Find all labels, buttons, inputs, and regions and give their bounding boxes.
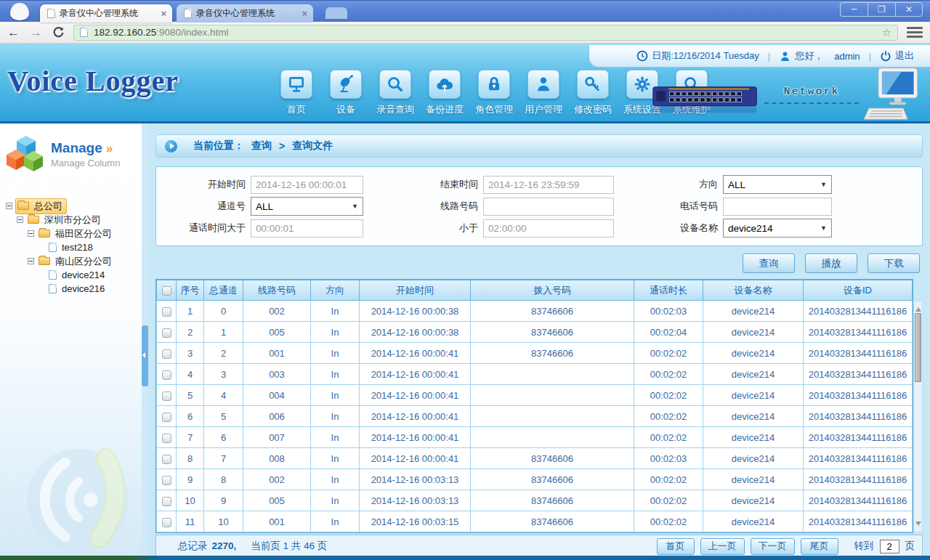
tab-close-icon[interactable]: ×: [161, 8, 166, 19]
nav-item-backup[interactable]: 备份进度: [428, 70, 461, 116]
row-checkbox[interactable]: [162, 328, 171, 338]
table-row[interactable]: 32001In2014-12-16 00:00:418374660600:02:…: [157, 343, 913, 364]
table-row[interactable]: 1110001In2014-12-16 00:03:158374660600:0…: [157, 511, 913, 532]
tree-expander-icon[interactable]: [28, 258, 34, 264]
new-tab-button[interactable]: [326, 7, 347, 19]
tree-expander-icon[interactable]: [28, 230, 34, 237]
goto-page-input[interactable]: [880, 540, 899, 553]
row-checkbox[interactable]: [162, 455, 171, 464]
row-checkbox[interactable]: [162, 349, 171, 359]
line-number-input[interactable]: [483, 198, 614, 216]
restore-button[interactable]: ❐: [868, 2, 895, 17]
row-checkbox[interactable]: [162, 434, 171, 443]
reload-icon[interactable]: [52, 26, 65, 38]
date-text: 日期:12/16/2014 Tuesday: [652, 49, 759, 62]
channel-label: 通道号: [163, 200, 251, 213]
browser-logo: [10, 3, 29, 20]
nav-item-role[interactable]: 角色管理: [477, 70, 511, 116]
tree-label: device216: [60, 283, 107, 294]
device-name-select[interactable]: device214▼: [723, 219, 832, 238]
next-page-button[interactable]: 下一页: [751, 538, 795, 555]
table-cell: 83746606: [471, 511, 634, 532]
row-checkbox[interactable]: [162, 497, 171, 506]
start-time-input[interactable]: [251, 176, 363, 194]
table-row[interactable]: 65006In2014-12-16 00:00:4100:02:02device…: [157, 406, 913, 427]
row-checkbox[interactable]: [162, 413, 171, 422]
minimize-button[interactable]: ─: [840, 2, 868, 17]
browser-tab-active[interactable]: 录音仪中心管理系统 ×: [40, 4, 172, 23]
logout-button[interactable]: 退出: [880, 49, 914, 62]
address-bar[interactable]: 182.92.160.25:9080/index.html ☆: [73, 25, 898, 41]
tab-close-icon[interactable]: ×: [302, 8, 307, 19]
table-row[interactable]: 54004In2014-12-16 00:00:4100:02:02device…: [157, 385, 913, 406]
nav-label: 用户管理: [525, 103, 562, 116]
manage-subtitle: Manage Column: [51, 158, 120, 169]
tree-label: device214: [60, 269, 107, 280]
scroll-down-icon[interactable]: [915, 522, 921, 529]
bookmark-star-icon[interactable]: ☆: [882, 26, 891, 39]
tree-node-device214[interactable]: device214: [6, 268, 142, 282]
direction-select[interactable]: ALL▼: [723, 175, 832, 194]
nav-item-home[interactable]: 首页: [280, 70, 313, 116]
table-row[interactable]: 87008In2014-12-16 00:00:418374660600:02:…: [157, 448, 913, 469]
query-button[interactable]: 查询: [743, 253, 795, 273]
browser-menu-icon[interactable]: [907, 25, 923, 40]
table-row[interactable]: 10002In2014-12-16 00:00:388374660600:02:…: [157, 301, 913, 322]
row-checkbox[interactable]: [162, 391, 171, 401]
table-cell: 2014032813441116186: [804, 490, 913, 511]
breadcrumb-section[interactable]: 查询: [251, 139, 272, 153]
results-table-zone: 序号总通道线路号码方向开始时间拨入号码通话时长设备名称设备ID 10002In2…: [155, 279, 923, 533]
duration-gt-input[interactable]: [251, 219, 363, 238]
table-row[interactable]: 76007In2014-12-16 00:00:4100:02:02device…: [157, 427, 913, 448]
sidebar-collapse-handle[interactable]: [142, 325, 148, 386]
tree-node-hq[interactable]: 总公司: [6, 199, 142, 213]
nav-item-device[interactable]: 设备: [329, 70, 363, 116]
prev-page-button[interactable]: 上一页: [700, 538, 745, 555]
phone-number-input[interactable]: [723, 198, 832, 216]
start-time-label: 开始时间: [163, 178, 251, 191]
forward-icon[interactable]: →: [30, 26, 42, 38]
row-checkbox[interactable]: [162, 307, 171, 317]
tree-node-nanshan[interactable]: 南山区分公司: [6, 254, 142, 268]
tree-node-shenzhen[interactable]: 深圳市分公司: [6, 213, 142, 227]
scroll-up-icon[interactable]: [915, 304, 921, 312]
device-name-label: 设备名称: [614, 222, 723, 235]
tree-node-device216[interactable]: device216: [6, 282, 142, 296]
tree-expander-icon[interactable]: [6, 203, 12, 209]
duration-lt-input[interactable]: [483, 219, 614, 238]
table-row[interactable]: 21005In2014-12-16 00:00:388374660600:02:…: [157, 322, 913, 343]
back-icon[interactable]: ←: [7, 26, 20, 38]
end-time-input[interactable]: [483, 176, 614, 194]
table-scrollbar[interactable]: [913, 301, 923, 532]
tree-node-test218[interactable]: test218: [6, 240, 142, 254]
play-button[interactable]: 播放: [805, 253, 857, 273]
row-checkbox[interactable]: [162, 370, 171, 380]
row-checkbox[interactable]: [162, 476, 171, 485]
nav-item-password[interactable]: 修改密码: [576, 70, 610, 116]
table-cell: [471, 364, 634, 385]
first-page-button[interactable]: 首页: [657, 538, 695, 555]
select-all-checkbox[interactable]: [162, 286, 171, 296]
table-cell: In: [311, 364, 360, 385]
network-graphic: Network: [651, 67, 926, 122]
scrollbar-thumb[interactable]: [915, 313, 921, 382]
close-button[interactable]: ✕: [895, 2, 923, 17]
nav-item-record-query[interactable]: 录音查询: [379, 70, 412, 116]
download-button[interactable]: 下载: [868, 253, 920, 273]
nav-item-user[interactable]: 用户管理: [527, 70, 560, 116]
date-display: 日期:12/16/2014 Tuesday: [636, 49, 759, 62]
tree-node-futian[interactable]: 福田区分公司: [6, 227, 142, 240]
tree-expander-icon[interactable]: [17, 216, 23, 223]
browser-tab-inactive[interactable]: 录音仪中心管理系统 ×: [177, 4, 313, 23]
channel-select[interactable]: ALL▼: [251, 197, 363, 216]
cloud-backup-icon: [429, 70, 461, 99]
table-cell: 001: [243, 511, 311, 532]
table-row[interactable]: 98002In2014-12-16 00:03:138374660600:02:…: [157, 469, 913, 490]
row-checkbox[interactable]: [162, 518, 171, 527]
table-row[interactable]: 109005In2014-12-16 00:03:138374660600:02…: [157, 490, 913, 511]
table-cell: 8: [177, 448, 204, 469]
table-cell: 00:02:02: [634, 490, 703, 511]
last-page-button[interactable]: 尾页: [801, 538, 838, 555]
table-row[interactable]: 43003In2014-12-16 00:00:4100:02:02device…: [157, 364, 913, 385]
table-cell: 2014-12-16 00:00:38: [360, 322, 471, 343]
